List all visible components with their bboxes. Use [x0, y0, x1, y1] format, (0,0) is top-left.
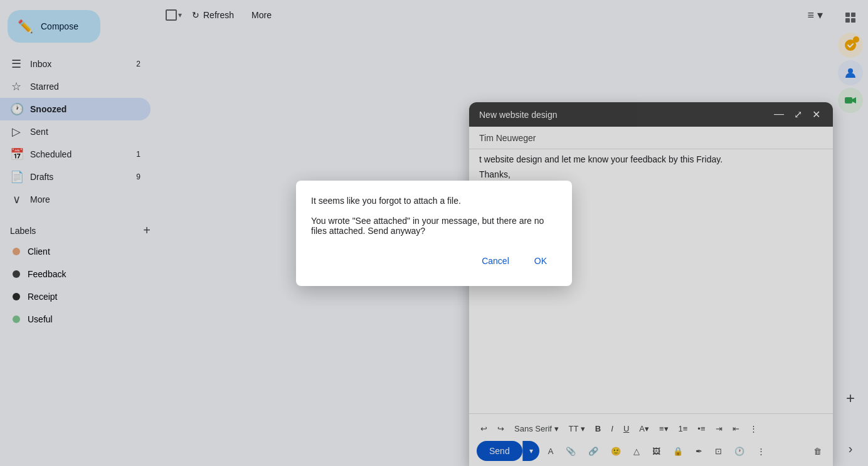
dialog-message2: You wrote "See attached" in your message… — [311, 216, 557, 236]
cancel-button[interactable]: Cancel — [472, 251, 519, 271]
ok-button[interactable]: OK — [524, 251, 557, 271]
dialog-message1: It seems like you forgot to attach a fil… — [311, 196, 557, 206]
forget-attachment-dialog: It seems like you forgot to attach a fil… — [296, 181, 572, 286]
dialog-actions: Cancel OK — [311, 251, 557, 271]
dialog-overlay: It seems like you forgot to attach a fil… — [0, 0, 868, 466]
